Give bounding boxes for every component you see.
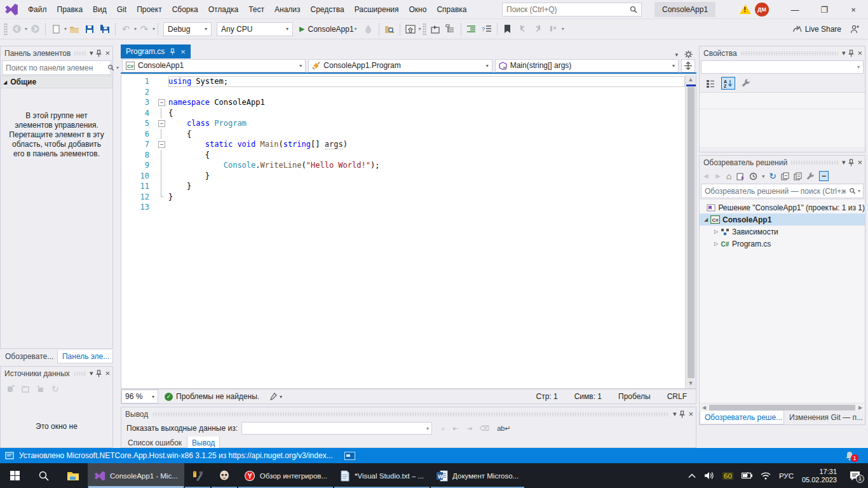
line-number[interactable]: 2 [121, 87, 157, 98]
sync-active-document-icon[interactable] [428, 22, 442, 37]
undo-dropdown[interactable]: ▾ [134, 26, 137, 32]
code-text[interactable]: using System; [168, 76, 685, 87]
search-icon[interactable] [626, 6, 641, 13]
line-number[interactable]: 12 [121, 192, 157, 203]
tab-toolbox[interactable]: Панель эле... [57, 350, 113, 363]
indent-icon[interactable] [465, 22, 478, 37]
code-line[interactable]: 1using System; [121, 76, 685, 87]
action-center-button[interactable]: 1 [845, 471, 864, 481]
code-text[interactable]: static void Main(string[] args) [168, 139, 685, 150]
send-feedback-icon[interactable] [850, 25, 859, 34]
toolbox-options-dropdown[interactable]: ▾ [90, 49, 93, 57]
scrollbar-thumb[interactable] [688, 87, 695, 378]
quick-search-input[interactable] [503, 5, 626, 14]
home-icon[interactable]: ⌂ [726, 171, 731, 181]
code-line[interactable]: 9 Console.WriteLine("Hello World!"); [121, 160, 685, 171]
menu-item[interactable]: Тест [243, 3, 269, 17]
pin-icon[interactable] [96, 370, 102, 377]
code-line[interactable]: 13 [121, 202, 685, 213]
toolbox-group-header[interactable]: ◢ Общие [1, 76, 112, 88]
properties-object-combo[interactable]: ▾ [701, 60, 864, 74]
scroll-right-icon[interactable]: ▶ [856, 405, 865, 410]
document-outline-icon[interactable] [444, 22, 458, 37]
user-avatar[interactable]: ДМ [755, 3, 769, 17]
scroll-left-icon[interactable]: ◀ [700, 405, 709, 410]
wifi-icon[interactable] [761, 472, 771, 480]
toolbox-search-input[interactable] [3, 64, 107, 72]
menu-item[interactable]: Вид [88, 3, 112, 17]
code-text[interactable]: namespace ConsoleApp1 [168, 97, 685, 108]
panel-drag-handle[interactable] [74, 372, 86, 376]
menu-item[interactable]: Правка [52, 3, 88, 17]
preview-selected-items-icon[interactable] [794, 172, 802, 180]
line-number[interactable]: 1 [121, 76, 157, 87]
new-file-dropdown[interactable]: ▾ [64, 26, 67, 32]
pin-icon[interactable] [848, 159, 854, 166]
add-data-source-icon[interactable] [6, 384, 15, 394]
scrollbar-thumb[interactable] [709, 405, 855, 410]
solution-search-box[interactable]: ▾ [701, 184, 864, 198]
menu-item[interactable]: Средства [306, 3, 349, 17]
tab-list-dropdown[interactable]: ▾ [675, 51, 678, 58]
taskbar-task-notepad[interactable]: *Visual Studio.txt – ... [334, 463, 430, 488]
close-icon[interactable]: × [105, 48, 110, 58]
panel-drag-handle[interactable] [741, 51, 838, 55]
redo-dropdown[interactable]: ▾ [153, 26, 155, 32]
taskbar-task-word[interactable]: W Документ Microso... [430, 463, 525, 488]
code-line[interactable]: 12} [121, 192, 685, 203]
tree-expander-icon[interactable]: ▷ [712, 241, 720, 247]
configure-data-source-icon[interactable] [21, 384, 30, 394]
close-button[interactable]: × [839, 0, 868, 19]
taskbar-task-isaac-game[interactable] [211, 463, 238, 488]
battery-icon[interactable] [742, 472, 752, 479]
gear-icon[interactable] [684, 50, 693, 58]
undo-icon[interactable]: ↶ [119, 22, 133, 37]
code-line[interactable]: 3namespace ConsoleApp1 [121, 97, 685, 108]
code-text[interactable]: { [168, 108, 685, 119]
notifications-bell[interactable]: 1 [845, 451, 854, 461]
toolbar-grip[interactable] [4, 23, 8, 36]
quick-search-box[interactable] [502, 3, 642, 17]
line-number[interactable]: 4 [121, 108, 157, 119]
open-file-icon[interactable] [67, 22, 81, 37]
solution-platform-combo[interactable]: Any CPU▾ [217, 22, 293, 36]
solution-horizontal-scrollbar[interactable]: ◀ ▶ [700, 403, 865, 411]
menu-item[interactable]: Расширения [349, 3, 404, 17]
code-line[interactable]: 7 static void Main(string[] args) [121, 139, 685, 150]
status-line-endings[interactable]: CRLF [667, 392, 687, 401]
show-all-files-icon[interactable]: − [819, 171, 829, 181]
tree-item-consoleapp1[interactable]: ◢C#ConsoleApp1 [700, 214, 865, 226]
line-number[interactable]: 9 [121, 160, 157, 171]
filter-dropdown[interactable]: ▾ [762, 173, 764, 179]
menu-item[interactable]: Сборка [167, 3, 203, 17]
code-lines[interactable]: 1using System;23namespace ConsoleApp14{5… [121, 75, 685, 388]
tree-item--consoleapp1-1-1-[interactable]: Решение "ConsoleApp1" (проекты: 1 из 1) [700, 201, 865, 214]
type-dropdown[interactable]: ConsoleApp1.Program▾ [308, 59, 492, 72]
code-text[interactable]: Console.WriteLine("Hello World!"); [168, 160, 685, 171]
alphabetical-sort-icon[interactable]: AZ [721, 77, 735, 90]
code-text[interactable]: } [168, 171, 685, 182]
start-button[interactable] [0, 463, 29, 488]
status-message-text[interactable]: Установлено Microsoft.NETCore.App.Host.w… [19, 451, 333, 460]
project-name-chip[interactable]: ConsoleApp1 [654, 2, 715, 17]
file-explorer-button[interactable] [58, 463, 88, 488]
next-message-icon[interactable]: ⇥ [466, 424, 471, 433]
solution-explorer-options-dropdown[interactable]: ▾ [842, 158, 846, 166]
word-wrap-icon[interactable]: ab↵ [497, 424, 510, 433]
close-icon[interactable]: × [688, 409, 693, 419]
comment-icon[interactable]: ? [480, 22, 494, 37]
save-all-icon[interactable] [98, 22, 112, 37]
panel-drag-handle[interactable] [152, 412, 669, 416]
output-options-dropdown[interactable]: ▾ [673, 410, 677, 418]
code-text[interactable]: } [168, 181, 685, 192]
property-pages-wrench-icon[interactable] [739, 77, 753, 90]
menu-item[interactable]: Проект [132, 3, 167, 17]
tab-solution-explorer[interactable]: Обозреватель реше... [700, 411, 784, 424]
restore-button[interactable]: ❐ [810, 0, 839, 19]
search-options-dropdown[interactable]: ▾ [858, 188, 863, 194]
menu-item[interactable]: Git [112, 3, 132, 17]
solution-explorer-home-icon[interactable] [403, 22, 417, 37]
line-number[interactable]: 7 [121, 139, 157, 150]
panel-drag-handle[interactable] [791, 161, 838, 165]
refresh-icon[interactable]: ↻ [769, 171, 776, 181]
